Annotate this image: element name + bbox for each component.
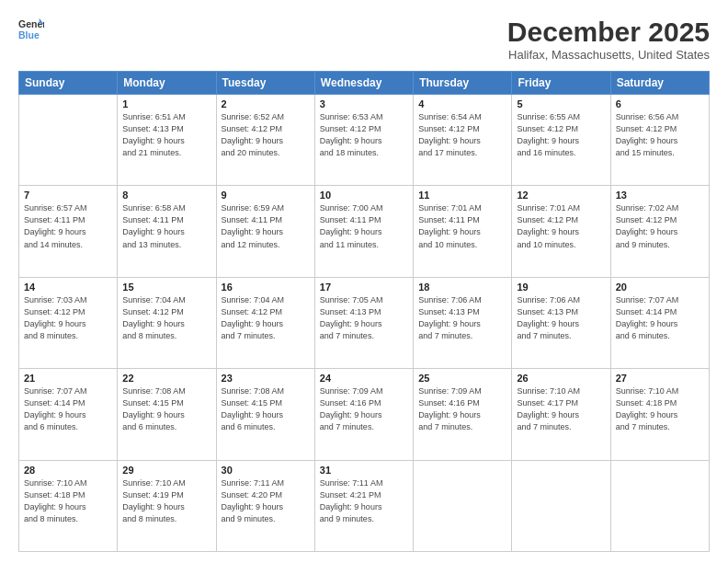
day-number: 9 bbox=[222, 190, 310, 201]
day-info: Sunrise: 7:07 AMSunset: 4:14 PMDaylight:… bbox=[616, 294, 704, 342]
calendar-week-row: 28Sunrise: 7:10 AMSunset: 4:18 PMDayligh… bbox=[19, 460, 710, 551]
calendar-week-row: 21Sunrise: 7:07 AMSunset: 4:14 PMDayligh… bbox=[19, 369, 710, 460]
day-info: Sunrise: 7:10 AMSunset: 4:17 PMDaylight:… bbox=[517, 385, 605, 433]
day-info: Sunrise: 6:58 AMSunset: 4:11 PMDaylight:… bbox=[122, 202, 210, 250]
calendar-cell: 1Sunrise: 6:51 AMSunset: 4:13 PMDaylight… bbox=[118, 95, 216, 186]
day-number: 6 bbox=[616, 98, 704, 109]
day-info: Sunrise: 7:04 AMSunset: 4:12 PMDaylight:… bbox=[122, 294, 210, 342]
day-number: 28 bbox=[24, 465, 112, 476]
day-info: Sunrise: 6:52 AMSunset: 4:12 PMDaylight:… bbox=[222, 111, 310, 159]
day-number: 24 bbox=[320, 373, 408, 384]
day-info: Sunrise: 7:08 AMSunset: 4:15 PMDaylight:… bbox=[122, 385, 210, 433]
col-friday: Friday bbox=[512, 72, 610, 95]
day-number: 11 bbox=[418, 190, 506, 201]
day-number: 7 bbox=[24, 190, 112, 201]
day-info: Sunrise: 7:00 AMSunset: 4:11 PMDaylight:… bbox=[320, 202, 408, 250]
calendar-week-row: 14Sunrise: 7:03 AMSunset: 4:12 PMDayligh… bbox=[19, 277, 710, 368]
day-number: 5 bbox=[517, 98, 605, 109]
day-number: 16 bbox=[222, 282, 310, 293]
day-number: 1 bbox=[122, 98, 210, 109]
calendar-cell: 5Sunrise: 6:55 AMSunset: 4:12 PMDaylight… bbox=[512, 95, 610, 186]
col-sunday: Sunday bbox=[19, 72, 118, 95]
day-info: Sunrise: 6:51 AMSunset: 4:13 PMDaylight:… bbox=[122, 111, 210, 159]
location-subtitle: Halifax, Massachusetts, United States bbox=[507, 48, 710, 62]
day-number: 26 bbox=[517, 373, 605, 384]
calendar-cell: 11Sunrise: 7:01 AMSunset: 4:11 PMDayligh… bbox=[414, 186, 512, 277]
calendar-cell: 27Sunrise: 7:10 AMSunset: 4:18 PMDayligh… bbox=[610, 369, 709, 460]
day-info: Sunrise: 7:10 AMSunset: 4:19 PMDaylight:… bbox=[122, 477, 210, 525]
day-number: 17 bbox=[320, 282, 408, 293]
calendar-cell bbox=[610, 460, 709, 551]
calendar-cell: 13Sunrise: 7:02 AMSunset: 4:12 PMDayligh… bbox=[610, 186, 709, 277]
calendar-cell: 24Sunrise: 7:09 AMSunset: 4:16 PMDayligh… bbox=[314, 369, 413, 460]
day-number: 21 bbox=[24, 373, 112, 384]
calendar-cell: 21Sunrise: 7:07 AMSunset: 4:14 PMDayligh… bbox=[19, 369, 118, 460]
calendar-cell: 2Sunrise: 6:52 AMSunset: 4:12 PMDaylight… bbox=[216, 95, 314, 186]
calendar-cell: 4Sunrise: 6:54 AMSunset: 4:12 PMDaylight… bbox=[414, 95, 512, 186]
day-info: Sunrise: 6:59 AMSunset: 4:11 PMDaylight:… bbox=[222, 202, 310, 250]
calendar-cell: 17Sunrise: 7:05 AMSunset: 4:13 PMDayligh… bbox=[314, 277, 413, 368]
day-number: 8 bbox=[122, 190, 210, 201]
calendar-cell: 3Sunrise: 6:53 AMSunset: 4:12 PMDaylight… bbox=[314, 95, 413, 186]
calendar-cell: 15Sunrise: 7:04 AMSunset: 4:12 PMDayligh… bbox=[118, 277, 216, 368]
day-info: Sunrise: 7:06 AMSunset: 4:13 PMDaylight:… bbox=[517, 294, 605, 342]
calendar-week-row: 1Sunrise: 6:51 AMSunset: 4:13 PMDaylight… bbox=[19, 95, 710, 186]
calendar-table: Sunday Monday Tuesday Wednesday Thursday… bbox=[18, 71, 710, 552]
day-info: Sunrise: 7:11 AMSunset: 4:20 PMDaylight:… bbox=[222, 477, 310, 525]
day-info: Sunrise: 7:01 AMSunset: 4:11 PMDaylight:… bbox=[418, 202, 506, 250]
day-number: 2 bbox=[222, 98, 310, 109]
col-monday: Monday bbox=[118, 72, 216, 95]
day-info: Sunrise: 7:10 AMSunset: 4:18 PMDaylight:… bbox=[616, 385, 704, 433]
day-info: Sunrise: 6:56 AMSunset: 4:12 PMDaylight:… bbox=[616, 111, 704, 159]
calendar-cell: 10Sunrise: 7:00 AMSunset: 4:11 PMDayligh… bbox=[314, 186, 413, 277]
day-info: Sunrise: 7:09 AMSunset: 4:16 PMDaylight:… bbox=[418, 385, 506, 433]
day-info: Sunrise: 7:03 AMSunset: 4:12 PMDaylight:… bbox=[24, 294, 112, 342]
col-saturday: Saturday bbox=[610, 72, 709, 95]
day-info: Sunrise: 7:07 AMSunset: 4:14 PMDaylight:… bbox=[24, 385, 112, 433]
calendar-cell: 22Sunrise: 7:08 AMSunset: 4:15 PMDayligh… bbox=[118, 369, 216, 460]
calendar-cell: 28Sunrise: 7:10 AMSunset: 4:18 PMDayligh… bbox=[19, 460, 118, 551]
day-number: 23 bbox=[222, 373, 310, 384]
calendar-week-row: 7Sunrise: 6:57 AMSunset: 4:11 PMDaylight… bbox=[19, 186, 710, 277]
calendar-cell: 19Sunrise: 7:06 AMSunset: 4:13 PMDayligh… bbox=[512, 277, 610, 368]
day-info: Sunrise: 7:02 AMSunset: 4:12 PMDaylight:… bbox=[616, 202, 704, 250]
calendar-cell: 12Sunrise: 7:01 AMSunset: 4:12 PMDayligh… bbox=[512, 186, 610, 277]
page: General Blue December 2025 Halifax, Mass… bbox=[0, 0, 728, 563]
day-info: Sunrise: 7:08 AMSunset: 4:15 PMDaylight:… bbox=[222, 385, 310, 433]
day-number: 31 bbox=[320, 465, 408, 476]
day-number: 20 bbox=[616, 282, 704, 293]
day-info: Sunrise: 7:11 AMSunset: 4:21 PMDaylight:… bbox=[320, 477, 408, 525]
top-section: General Blue December 2025 Halifax, Mass… bbox=[18, 17, 710, 62]
day-number: 15 bbox=[122, 282, 210, 293]
day-number: 18 bbox=[418, 282, 506, 293]
calendar-cell: 16Sunrise: 7:04 AMSunset: 4:12 PMDayligh… bbox=[216, 277, 314, 368]
day-info: Sunrise: 6:54 AMSunset: 4:12 PMDaylight:… bbox=[418, 111, 506, 159]
calendar-cell bbox=[414, 460, 512, 551]
day-number: 12 bbox=[517, 190, 605, 201]
calendar-cell: 23Sunrise: 7:08 AMSunset: 4:15 PMDayligh… bbox=[216, 369, 314, 460]
day-info: Sunrise: 7:10 AMSunset: 4:18 PMDaylight:… bbox=[24, 477, 112, 525]
col-thursday: Thursday bbox=[414, 72, 512, 95]
logo-icon: General Blue bbox=[18, 17, 44, 42]
day-number: 29 bbox=[122, 465, 210, 476]
col-wednesday: Wednesday bbox=[314, 72, 413, 95]
svg-text:Blue: Blue bbox=[18, 29, 40, 40]
calendar-cell: 30Sunrise: 7:11 AMSunset: 4:20 PMDayligh… bbox=[216, 460, 314, 551]
calendar-cell bbox=[512, 460, 610, 551]
calendar-cell: 8Sunrise: 6:58 AMSunset: 4:11 PMDaylight… bbox=[118, 186, 216, 277]
day-number: 25 bbox=[418, 373, 506, 384]
calendar-cell: 31Sunrise: 7:11 AMSunset: 4:21 PMDayligh… bbox=[314, 460, 413, 551]
calendar-cell: 14Sunrise: 7:03 AMSunset: 4:12 PMDayligh… bbox=[19, 277, 118, 368]
day-number: 3 bbox=[320, 98, 408, 109]
day-info: Sunrise: 7:06 AMSunset: 4:13 PMDaylight:… bbox=[418, 294, 506, 342]
calendar-cell: 29Sunrise: 7:10 AMSunset: 4:19 PMDayligh… bbox=[118, 460, 216, 551]
calendar-cell: 18Sunrise: 7:06 AMSunset: 4:13 PMDayligh… bbox=[414, 277, 512, 368]
day-number: 19 bbox=[517, 282, 605, 293]
calendar-cell: 26Sunrise: 7:10 AMSunset: 4:17 PMDayligh… bbox=[512, 369, 610, 460]
day-info: Sunrise: 6:53 AMSunset: 4:12 PMDaylight:… bbox=[320, 111, 408, 159]
month-year-title: December 2025 bbox=[507, 17, 710, 48]
day-info: Sunrise: 7:04 AMSunset: 4:12 PMDaylight:… bbox=[222, 294, 310, 342]
day-number: 13 bbox=[616, 190, 704, 201]
calendar-header-row: Sunday Monday Tuesday Wednesday Thursday… bbox=[19, 72, 710, 95]
day-info: Sunrise: 7:05 AMSunset: 4:13 PMDaylight:… bbox=[320, 294, 408, 342]
